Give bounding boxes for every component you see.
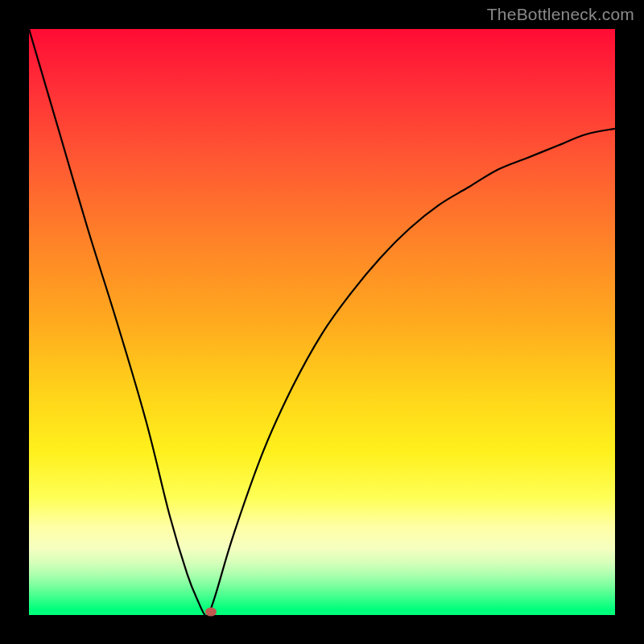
chart-frame: TheBottleneck.com — [0, 0, 644, 644]
watermark-text: TheBottleneck.com — [487, 5, 634, 24]
optimal-marker — [205, 608, 217, 617]
plot-area — [29, 29, 615, 615]
bottleneck-curve — [29, 29, 615, 615]
